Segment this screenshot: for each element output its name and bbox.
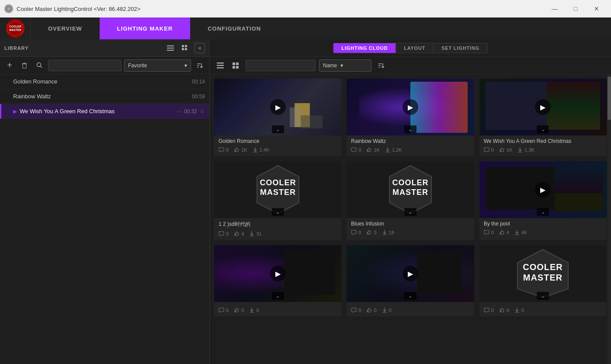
like-stat: 1K xyxy=(499,147,512,153)
svg-line-13 xyxy=(40,66,42,68)
main-content: LIBRARY « + xyxy=(0,39,611,364)
set-lighting-button[interactable]: SET LIGHTING xyxy=(434,43,487,53)
card-title: 1 2 )sd时代的 xyxy=(219,221,337,228)
titlebar: Cooler Master LightingControl <Ver: 86.4… xyxy=(0,0,611,17)
favorite-star-icon[interactable]: ☆ xyxy=(200,108,205,114)
right-content-wrapper: ▶ ⌄ Golden Romance 0 xyxy=(210,74,611,364)
card-video-8[interactable]: ▶ ⌄ 0 xyxy=(347,245,474,316)
card-info: Golden Romance 0 1K xyxy=(214,135,341,156)
cloud-search-input[interactable] xyxy=(246,60,316,71)
add-item-button[interactable]: + xyxy=(3,59,16,72)
svg-text:COOLER: COOLER xyxy=(9,25,21,28)
like-stat: 1K xyxy=(234,147,247,153)
expand-button[interactable]: ⌄ xyxy=(272,208,284,216)
list-item-active[interactable]: ▶ We Wish You A Green Red Christmas ··· … xyxy=(0,104,209,119)
maximize-button[interactable]: □ xyxy=(566,2,586,15)
library-list: Golden Romance 00:14 Rainbow Waltz 00:59… xyxy=(0,74,209,364)
play-button[interactable]: ▶ xyxy=(535,182,551,198)
card-blues-infusion[interactable]: COOLER MASTER ⌄ Blues Infusion 0 xyxy=(347,161,474,240)
sort-dropdown[interactable]: Name ▾ xyxy=(319,59,371,72)
list-view-button[interactable] xyxy=(165,42,176,54)
minimize-button[interactable]: — xyxy=(545,2,565,15)
card-rainbow-waltz[interactable]: ▶ ⌄ Rainbow Waltz 0 xyxy=(347,79,474,156)
svg-text:MASTER: MASTER xyxy=(523,273,562,282)
favorite-dropdown[interactable]: Favorite ▾ xyxy=(124,59,191,72)
card-stats: 0 3 18 xyxy=(351,229,469,235)
app-icon xyxy=(4,4,13,13)
card-info: 0 0 0 xyxy=(214,302,341,316)
tab-overview[interactable]: OVERVIEW xyxy=(31,17,100,39)
svg-rect-11 xyxy=(185,48,187,50)
card-stats: 0 0 0 xyxy=(219,307,337,313)
library-search-input[interactable] xyxy=(48,60,122,71)
card-by-the-pool[interactable]: ▶ ⌄ By the pool 0 xyxy=(479,161,607,240)
download-stat: 0 xyxy=(514,307,524,313)
expand-button[interactable]: ⌄ xyxy=(537,208,549,216)
card-thumbnail: ▶ ⌄ xyxy=(214,245,341,302)
svg-rect-10 xyxy=(185,45,187,47)
list-view-cloud-button[interactable] xyxy=(214,59,226,72)
card-logo-9[interactable]: COOLER MASTER ⌄ 0 xyxy=(479,245,607,316)
card-stats: 0 4 31 xyxy=(219,231,337,236)
card-thumbnail: ▶ ⌄ xyxy=(347,79,474,135)
play-button[interactable]: ▶ xyxy=(270,266,286,281)
delete-item-button[interactable] xyxy=(18,59,31,72)
more-icon[interactable]: ··· xyxy=(177,108,181,114)
expand-button[interactable]: ⌄ xyxy=(537,125,549,133)
play-button[interactable]: ▶ xyxy=(403,99,418,115)
lighting-cloud-button[interactable]: LIGHTING CLOUD xyxy=(333,43,396,53)
card-thumbnail: ▶ ⌄ xyxy=(479,79,607,135)
card-christmas[interactable]: ▶ ⌄ We Wish You A Green Red Christmas 0 xyxy=(479,79,607,156)
download-stat: 1.4K xyxy=(253,147,270,153)
play-button[interactable]: ▶ xyxy=(270,99,286,115)
svg-rect-14 xyxy=(217,62,224,64)
card-golden-romance[interactable]: ▶ ⌄ Golden Romance 0 xyxy=(214,79,341,156)
cooler-master-logo: COOLER MASTER xyxy=(6,19,24,38)
card-thumbnail: ▶ ⌄ xyxy=(214,79,341,135)
expand-button[interactable]: ⌄ xyxy=(537,292,549,300)
close-button[interactable]: ✕ xyxy=(587,2,607,15)
list-item-time: 00:59 xyxy=(192,94,205,100)
app-title: Cooler Master LightingControl <Ver: 86.4… xyxy=(17,6,140,12)
play-button[interactable]: ▶ xyxy=(403,266,418,281)
logo-area: COOLER MASTER xyxy=(0,17,31,39)
download-stat: 0 xyxy=(382,307,392,313)
card-info: 0 0 0 xyxy=(479,302,607,316)
grid-layout: ▶ ⌄ Golden Romance 0 xyxy=(214,79,607,316)
list-item-name: We Wish You A Green Red Christmas xyxy=(20,108,174,114)
collapse-panel-button[interactable]: « xyxy=(194,43,205,53)
tab-configuration[interactable]: CONFIGURATION xyxy=(190,17,278,39)
download-stat: 31 xyxy=(249,231,261,236)
comment-stat: 0 xyxy=(219,308,229,313)
nav-tabs: COOLER MASTER OVERVIEW LIGHTING MAKER CO… xyxy=(0,17,611,39)
library-toolbar: + Favorite ▾ xyxy=(0,57,209,74)
expand-button[interactable]: ⌄ xyxy=(404,292,417,300)
card-info: Blues Infusion 0 3 xyxy=(347,218,474,239)
expand-button[interactable]: ⌄ xyxy=(404,208,417,216)
scrollbar-thumb[interactable] xyxy=(608,76,611,120)
layout-button[interactable]: LAYOUT xyxy=(396,43,434,53)
sort-library-button[interactable] xyxy=(194,59,206,72)
search-library-button[interactable] xyxy=(33,59,45,72)
list-item[interactable]: Golden Romance 00:14 xyxy=(0,74,209,89)
card-video-7[interactable]: ▶ ⌄ 0 xyxy=(214,245,341,316)
like-stat: 4 xyxy=(499,229,509,235)
card-info: We Wish You A Green Red Christmas 0 1K xyxy=(479,135,607,156)
svg-rect-16 xyxy=(217,67,224,69)
sort-cloud-button[interactable] xyxy=(375,59,387,72)
tab-lighting-maker[interactable]: LIGHTING MAKER xyxy=(100,17,190,39)
expand-button[interactable]: ⌄ xyxy=(272,125,284,133)
svg-text:COOLER: COOLER xyxy=(392,178,428,187)
settings-view-button[interactable] xyxy=(180,42,191,54)
comment-stat: 0 xyxy=(351,230,361,235)
play-button[interactable]: ▶ xyxy=(535,99,551,115)
comment-stat: 0 xyxy=(351,147,361,153)
right-panel: LIGHTING CLOUD LAYOUT SET LIGHTING xyxy=(210,39,611,364)
grid-view-cloud-button[interactable] xyxy=(230,59,242,72)
expand-button[interactable]: ⌄ xyxy=(272,292,284,300)
card-sd-shidaide[interactable]: COOLER MASTER ⌄ 1 2 )sd时代的 0 xyxy=(214,161,341,240)
svg-rect-17 xyxy=(233,62,235,65)
list-item[interactable]: Rainbow Waltz 00:59 xyxy=(0,89,209,104)
expand-button[interactable]: ⌄ xyxy=(404,125,417,133)
scrollbar[interactable] xyxy=(608,74,611,364)
